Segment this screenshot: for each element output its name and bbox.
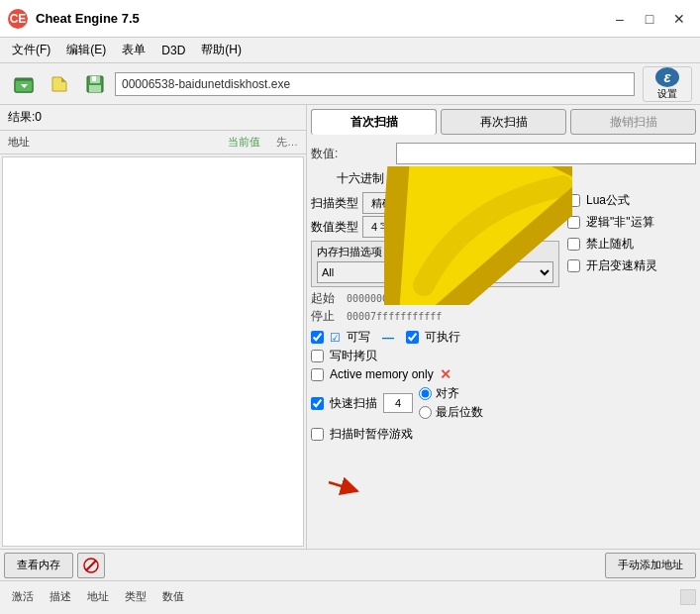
value-row: 数值: (311, 141, 696, 166)
toolbar: 00006538-baidunetdiskhost.exe ε 设置 (0, 63, 700, 105)
scan-type-label: 扫描类型 (311, 195, 358, 212)
end-label: 停止 (311, 308, 347, 325)
scan-type-select[interactable]: 精确数值 (362, 192, 461, 214)
end-value: 00007fffffffffff (347, 311, 442, 322)
svg-rect-8 (89, 85, 101, 92)
svg-marker-4 (61, 77, 66, 82)
main-content: 结果:0 地址 当前值 先… 首次扫描 再次扫描 撤销扫描 数值: (0, 105, 700, 549)
lua-formula-checkbox[interactable] (567, 194, 580, 207)
menu-help[interactable]: 帮助(H) (193, 40, 250, 60)
stop-button[interactable] (77, 553, 105, 578)
address-column-header: 地址 (0, 135, 220, 150)
description-col-header: 描述 (42, 589, 79, 604)
current-column-header: 当前值 (220, 135, 268, 150)
active-memory-row: Active memory only ✕ (311, 365, 559, 383)
fast-scan-checkbox[interactable] (311, 397, 324, 410)
process-address[interactable]: 00006538-baidunetdiskhost.exe (115, 72, 635, 96)
address-list[interactable] (2, 156, 304, 547)
open-process-button[interactable] (8, 68, 40, 100)
right-options-column: Lua公式 逻辑"非"运算 禁止随机 开启变速精灵 (567, 191, 696, 446)
hex-label: 十六进制 (337, 170, 384, 187)
end-addr-row: 停止 00007fffffffffff (311, 308, 559, 325)
address-list-header: 地址 当前值 先… (0, 131, 306, 154)
list-header: 激活 描述 地址 类型 数值 (0, 580, 700, 612)
previous-column-header: 先… (268, 135, 306, 150)
options-area: 扫描类型 精确数值 数值类型 (311, 191, 696, 446)
writable-checkbox[interactable] (311, 331, 324, 344)
speed-wizard-checkbox[interactable] (567, 259, 580, 272)
speed-wizard-label: 开启变速精灵 (586, 257, 657, 274)
title-bar-text: Cheat Engine 7.5 (36, 11, 607, 26)
hex-checkbox[interactable] (394, 172, 407, 185)
value-input[interactable] (396, 143, 696, 164)
cancel-scan-tab[interactable]: 撤销扫描 (570, 109, 696, 135)
mem-scan-select[interactable]: All (317, 261, 553, 283)
scan-tabs: 首次扫描 再次扫描 撤销扫描 (311, 109, 696, 135)
right-panel: 首次扫描 再次扫描 撤销扫描 数值: 十六进制 (307, 105, 700, 549)
pause-game-checkbox[interactable] (311, 428, 324, 441)
settings-button[interactable]: ε 设置 (643, 66, 692, 102)
data-type-row: 数值类型 4 字节 (311, 215, 559, 239)
pause-game-label: 扫描时暂停游戏 (330, 426, 413, 443)
first-scan-tab[interactable]: 首次扫描 (311, 109, 437, 135)
mem-scan-label: 内存扫描选项 (317, 245, 553, 259)
no-random-checkbox[interactable] (567, 238, 580, 251)
x-icon: ✕ (440, 366, 451, 382)
title-bar: CE Cheat Engine 7.5 – □ ✕ (0, 0, 700, 38)
menu-table[interactable]: 表单 (114, 40, 153, 60)
start-value: 0000000000000000 (347, 293, 442, 304)
manual-add-button[interactable]: 手动添加地址 (605, 553, 696, 578)
maximize-button[interactable]: □ (637, 9, 662, 29)
hex-row: 十六进制 (311, 168, 696, 189)
fast-scan-input[interactable] (383, 393, 413, 413)
menu-file[interactable]: 文件(F) (4, 40, 58, 60)
not-op-label: 逻辑"非"运算 (586, 214, 654, 231)
menu-d3d[interactable]: D3D (153, 42, 193, 59)
fast-scan-row: 快速扫描 对齐 最后位数 (311, 383, 559, 423)
copy-label: 写时拷贝 (330, 348, 377, 364)
not-op-row: 逻辑"非"运算 (567, 213, 696, 232)
fast-scan-label: 快速扫描 (330, 395, 377, 412)
check-blue-icon: ☑ (330, 331, 341, 345)
bottom-toolbar: 查看内存 手动添加地址 (0, 549, 700, 580)
executable-label: 可执行 (425, 329, 460, 346)
speed-wizard-row: 开启变速精灵 (567, 256, 696, 275)
start-label: 起始 (311, 290, 347, 307)
app-icon: CE (8, 9, 28, 29)
scan-type-row: 扫描类型 精确数值 (311, 191, 559, 215)
no-random-row: 禁止随机 (567, 235, 696, 254)
pause-game-row: 扫描时暂停游戏 (311, 423, 559, 446)
save-button[interactable] (79, 68, 111, 100)
align-radio[interactable] (419, 387, 432, 400)
menu-bar: 文件(F) 编辑(E) 表单 D3D 帮助(H) (0, 38, 700, 63)
dash-icon: — (382, 331, 394, 345)
copy-checkbox[interactable] (311, 350, 324, 362)
scroll-button[interactable] (680, 589, 696, 605)
align-radio-group: 对齐 最后位数 (419, 385, 483, 421)
next-scan-tab[interactable]: 再次扫描 (441, 109, 566, 135)
activate-col-header: 激活 (4, 589, 42, 604)
data-type-select[interactable]: 4 字节 (362, 216, 432, 238)
copy-write-row: 写时拷贝 (311, 347, 559, 365)
writable-label: 可写 (347, 329, 370, 346)
executable-checkbox[interactable] (406, 331, 419, 344)
svg-marker-3 (52, 77, 66, 91)
start-addr-row: 起始 0000000000000000 (311, 290, 559, 307)
value-label: 数值: (311, 146, 390, 162)
close-button[interactable]: ✕ (666, 9, 692, 29)
minimize-button[interactable]: – (607, 9, 633, 29)
data-type-label: 数值类型 (311, 219, 358, 236)
menu-edit[interactable]: 编辑(E) (58, 40, 114, 60)
left-panel: 结果:0 地址 当前值 先… (0, 105, 307, 549)
active-checkbox[interactable] (311, 368, 324, 381)
result-count: 结果:0 (0, 105, 306, 131)
memory-view-button[interactable]: 查看内存 (4, 553, 73, 578)
settings-icon: ε (655, 67, 679, 87)
open-file-button[interactable] (44, 68, 75, 100)
mem-scan-section: 内存扫描选项 All (311, 241, 559, 287)
active-label: Active memory only (330, 367, 434, 381)
address-col-header: 地址 (79, 589, 117, 604)
svg-rect-7 (92, 76, 96, 81)
not-op-checkbox[interactable] (567, 216, 580, 229)
last-digit-radio[interactable] (419, 406, 432, 419)
